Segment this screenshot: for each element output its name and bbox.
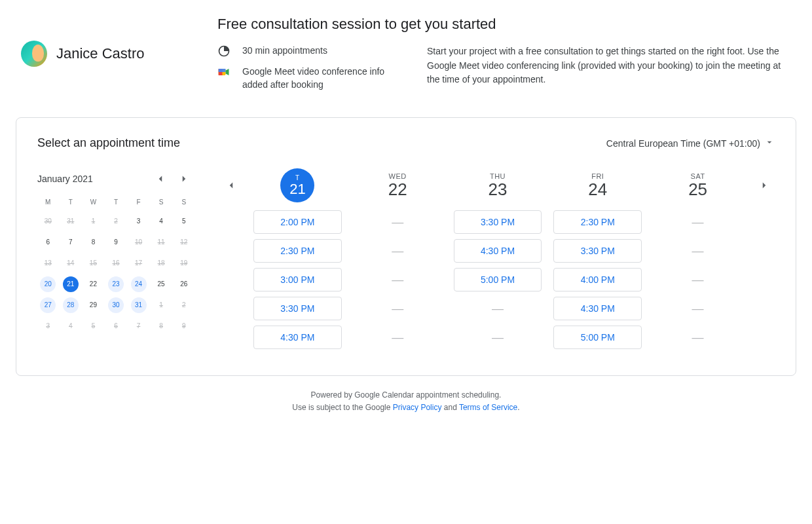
time-slot-button[interactable]: 4:30 PM [253, 326, 342, 349]
calendar-day: 14 [63, 255, 79, 271]
day-column: SAT25————— [654, 168, 742, 349]
day-number: 25 [688, 180, 707, 199]
time-slot-button[interactable]: 5:00 PM [553, 326, 642, 349]
host-name: Janice Castro [56, 45, 145, 62]
calendar-day[interactable]: 3 [131, 214, 147, 229]
calendar-day: 30 [40, 214, 56, 229]
calendar-prev-button[interactable] [150, 168, 171, 189]
day-column: T212:00 PM2:30 PM3:00 PM3:30 PM4:30 PM [253, 168, 342, 349]
empty-slot: — [654, 239, 742, 263]
calendar-day: 2 [108, 214, 124, 229]
time-slot-button[interactable]: 3:30 PM [553, 239, 642, 263]
calendar-day[interactable]: 4 [153, 214, 169, 229]
booking-card: Select an appointment time Central Europ… [16, 117, 796, 376]
calendar-day[interactable]: 29 [85, 297, 101, 313]
time-slot-button[interactable]: 2:30 PM [553, 210, 642, 234]
calendar-day[interactable]: 5 [176, 214, 192, 229]
calendar-day: 8 [153, 318, 169, 334]
time-slot-button[interactable]: 4:00 PM [553, 268, 642, 291]
calendar-day[interactable]: 28 [63, 297, 79, 313]
calendar-day: 2 [176, 297, 192, 313]
calendar-day[interactable]: 22 [85, 276, 101, 292]
empty-slot: — [354, 297, 442, 320]
day-number: 24 [588, 180, 607, 199]
slots-next-button[interactable] [754, 175, 775, 196]
calendar-day[interactable]: 20 [40, 276, 56, 292]
page-title: Free consultation session to get you sta… [217, 16, 796, 33]
empty-slot: — [454, 326, 542, 349]
chevron-left-icon [225, 179, 237, 191]
calendar-day[interactable]: 30 [108, 297, 124, 313]
calendar-day: 12 [176, 234, 192, 250]
calendar-day[interactable]: 9 [108, 234, 124, 250]
privacy-policy-link[interactable]: Privacy Policy [393, 403, 442, 412]
calendar-day: 18 [153, 255, 169, 271]
empty-slot: — [654, 326, 742, 349]
clock-icon [217, 45, 231, 58]
day-column-head: FRI24 [588, 168, 607, 202]
calendar-dow: S [151, 196, 172, 210]
chevron-down-icon [764, 137, 775, 149]
calendar-day[interactable]: 24 [131, 276, 147, 292]
calendar-day[interactable]: 31 [131, 297, 147, 313]
meta-duration-text: 30 min appointments [242, 45, 327, 58]
day-column: FRI242:30 PM3:30 PM4:00 PM4:30 PM5:00 PM [553, 168, 642, 349]
empty-slot: — [654, 297, 742, 320]
calendar-day: 11 [153, 234, 169, 250]
calendar-dow: T [60, 196, 82, 210]
day-number: 23 [489, 180, 507, 199]
calendar-day: 7 [131, 318, 147, 334]
day-column-head: T21 [280, 168, 314, 202]
weekday-label: T [295, 174, 300, 181]
empty-slot: — [354, 326, 442, 349]
calendar-day[interactable]: 23 [108, 276, 124, 292]
calendar-day: 17 [131, 255, 147, 271]
google-meet-icon [217, 66, 231, 79]
calendar-day[interactable]: 25 [153, 276, 169, 292]
calendar-month-label: January 2021 [37, 174, 93, 184]
empty-slot: — [654, 210, 742, 234]
calendar-day[interactable]: 26 [176, 276, 192, 292]
time-slot-button[interactable]: 4:30 PM [553, 297, 642, 320]
calendar-day: 16 [108, 255, 124, 271]
time-slot-button[interactable]: 5:00 PM [454, 268, 542, 291]
calendar-day: 13 [40, 255, 56, 271]
footer-period: . [517, 403, 519, 412]
calendar-dow: M [37, 196, 59, 210]
calendar-day[interactable]: 8 [85, 234, 101, 250]
time-slot-button[interactable]: 2:30 PM [253, 239, 342, 263]
host-info: Janice Castro [21, 16, 191, 91]
time-slot-button[interactable]: 3:30 PM [454, 210, 542, 234]
time-slot-button[interactable]: 2:00 PM [253, 210, 342, 234]
svg-rect-3 [219, 69, 226, 72]
slots-prev-button[interactable] [221, 175, 242, 196]
calendar-day[interactable]: 7 [63, 234, 79, 250]
calendar-dow: F [128, 196, 149, 210]
calendar-day: 10 [131, 234, 147, 250]
calendar-next-button[interactable] [174, 168, 194, 189]
meta-meet: Google Meet video conference info added … [217, 66, 388, 91]
chevron-left-icon [155, 173, 166, 185]
chevron-right-icon [758, 179, 770, 191]
calendar-day: 1 [85, 214, 101, 229]
day-column-head: THU23 [489, 168, 507, 202]
terms-of-service-link[interactable]: Terms of Service [459, 403, 517, 412]
calendar-day: 19 [176, 255, 192, 271]
time-slot-button[interactable]: 4:30 PM [454, 239, 542, 263]
description: Start your project with a free consultat… [427, 45, 794, 91]
time-slot-button[interactable]: 3:00 PM [253, 268, 342, 291]
day-number: 21 [289, 181, 305, 197]
avatar [21, 41, 47, 67]
day-column-head: SAT25 [688, 168, 707, 202]
time-slot-button[interactable]: 3:30 PM [253, 297, 342, 320]
timezone-selector[interactable]: Central European Time (GMT +01:00) [606, 137, 775, 149]
calendar-day[interactable]: 27 [40, 297, 56, 313]
calendar-day: 1 [153, 297, 169, 313]
calendar-dow: S [173, 196, 194, 210]
meta-meet-text: Google Meet video conference info added … [242, 66, 388, 91]
timezone-label: Central European Time (GMT +01:00) [606, 138, 760, 149]
calendar-day[interactable]: 6 [40, 234, 56, 250]
mini-calendar: January 2021 MTWTFSS30311234567891011121… [37, 168, 194, 349]
calendar-day[interactable]: 21 [63, 276, 79, 292]
empty-slot: — [654, 268, 742, 291]
